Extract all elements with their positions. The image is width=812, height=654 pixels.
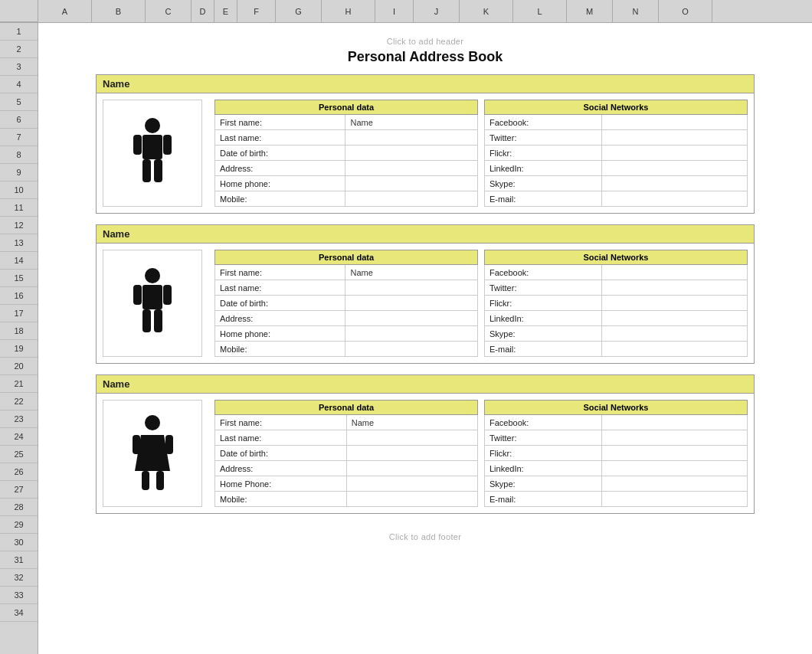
table-row: Mobile: [215,492,478,507]
skype-value[interactable] [601,326,747,342]
dob-label: Date of birth: [215,446,347,461]
col-header-m: M [567,0,613,22]
home-phone-label: Home phone: [215,176,345,191]
facebook-label: Facebook: [485,415,602,430]
row-numbers: 1234567891011121314151617181920212223242… [0,23,38,654]
skype-value[interactable] [601,476,747,492]
row-number-30: 30 [0,534,38,551]
table-row: Home phone: [215,326,478,342]
facebook-label: Facebook: [485,115,602,130]
table-row: Skype: [485,176,748,191]
twitter-value[interactable] [601,430,747,446]
table-row: First name: Name [215,265,478,280]
row-number-16: 16 [0,287,38,305]
last-name-label: Last name: [215,280,345,296]
header-placeholder[interactable]: Click to add header [387,37,463,46]
linkedin-label: LinkedIn: [485,461,602,476]
address-value[interactable] [345,161,478,176]
table-row: First name: Name [215,415,478,430]
mobile-value[interactable] [345,191,478,207]
col-header-e: E [214,0,237,22]
facebook-value[interactable] [601,415,747,430]
row-number-3: 3 [0,58,38,76]
flickr-value[interactable] [601,296,747,311]
svg-rect-9 [163,285,172,305]
home-phone-value[interactable] [345,176,478,191]
svg-point-0 [145,118,160,133]
svg-rect-15 [165,435,173,454]
footer-placeholder[interactable]: Click to add footer [389,532,461,541]
row-number-5: 5 [0,93,38,111]
mobile-value[interactable] [346,492,477,507]
first-name-value[interactable]: Name [346,415,477,430]
flickr-value[interactable] [601,146,747,161]
col-header-d: D [192,0,214,22]
linkedin-value[interactable] [601,161,747,176]
dob-value[interactable] [346,446,477,461]
address-value[interactable] [345,311,478,326]
row-number-12: 12 [0,217,38,234]
svg-rect-4 [142,159,151,182]
row-number-4: 4 [0,76,38,93]
twitter-value[interactable] [601,280,747,296]
table-row: Mobile: [215,342,478,357]
mobile-label: Mobile: [215,492,347,507]
table-row: LinkedIn: [485,461,748,476]
svg-rect-17 [156,471,164,490]
flickr-label: Flickr: [485,146,602,161]
table-row: Twitter: [485,130,748,146]
email-value[interactable] [601,492,747,507]
avatar-cell [103,250,202,357]
personal-data-table: Personal data First name: Name Last name… [214,400,478,507]
home-phone-value[interactable] [346,476,477,492]
mobile-value[interactable] [345,342,478,357]
row-number-23: 23 [0,410,38,428]
main-area: 1234567891011121314151617181920212223242… [0,23,812,654]
row-number-21: 21 [0,375,38,393]
last-name-value[interactable] [346,430,477,446]
col-header-n: N [613,0,659,22]
table-row: Date of birth: [215,446,478,461]
facebook-value[interactable] [601,115,747,130]
mobile-label: Mobile: [215,342,345,357]
contact-card-1: Name Personal data [96,74,755,214]
first-name-value[interactable]: Name [345,115,478,130]
table-row: E-mail: [485,191,748,207]
contacts-container: Name Personal data [96,74,755,514]
facebook-value[interactable] [601,265,747,280]
app-container: ABCDEFGHIJKLMNO 123456789101112131415161… [0,0,812,654]
footer-area[interactable]: Click to add footer [96,525,755,546]
last-name-label: Last name: [215,130,345,146]
table-row: Facebook: [485,415,748,430]
first-name-label: First name: [215,115,345,130]
personal-data-table: Personal data First name: Name Last name… [214,100,478,207]
card-name-row: Name [97,225,754,244]
data-section: Personal data First name: Name Last name… [214,100,748,207]
dob-value[interactable] [345,146,478,161]
card-body: Personal data First name: Name Last name… [97,93,754,213]
row-number-10: 10 [0,181,38,199]
home-phone-label: Home phone: [215,326,345,342]
row-number-33: 33 [0,587,38,604]
header-area[interactable]: Click to add header [96,31,755,49]
table-row: Address: [215,311,478,326]
flickr-value[interactable] [601,446,747,461]
svg-rect-7 [142,285,162,309]
email-value[interactable] [601,191,747,207]
first-name-value[interactable]: Name [345,265,478,280]
table-row: Date of birth: [215,296,478,311]
col-header-h: H [322,0,375,22]
twitter-value[interactable] [601,130,747,146]
skype-value[interactable] [601,176,747,191]
social-networks-table: Social Networks Facebook: Twitter: [484,250,748,357]
linkedin-value[interactable] [601,311,747,326]
dob-value[interactable] [345,296,478,311]
social-networks-header: Social Networks [485,250,748,265]
linkedin-value[interactable] [601,461,747,476]
svg-rect-8 [133,285,142,305]
email-value[interactable] [601,342,747,357]
home-phone-value[interactable] [345,326,478,342]
last-name-value[interactable] [345,130,478,146]
address-value[interactable] [346,461,477,476]
last-name-value[interactable] [345,280,478,296]
